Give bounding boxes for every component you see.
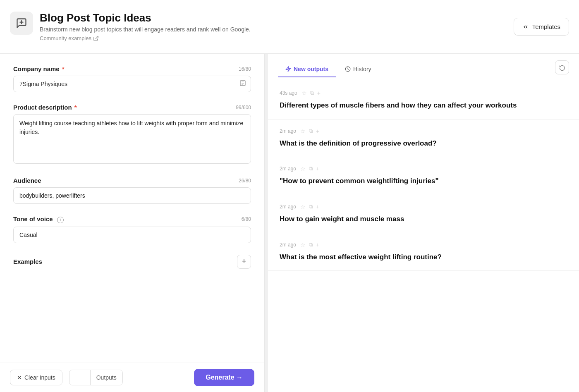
company-name-field: Company name * 16/80	[13, 65, 251, 92]
footer-bar: ✕ Clear inputs Outputs Generate →	[0, 363, 264, 392]
audience-field: Audience 26/80	[13, 177, 251, 204]
output-text-3: How to gain weight and muscle mass	[280, 214, 567, 225]
outputs-list: 43s ago ☆ ⧉ + Different types of muscle …	[268, 78, 579, 274]
tabs-bar: New outputs History	[268, 54, 579, 78]
output-actions-2: ☆ ⧉ +	[300, 165, 319, 172]
main-layout: Company name * 16/80	[0, 54, 579, 392]
page-header: Blog Post Topic Ideas Brainstorm new blo…	[0, 0, 579, 54]
audience-label: Audience	[13, 177, 41, 184]
copy-icon-4[interactable]: ⧉	[309, 241, 313, 248]
copy-icon-3[interactable]: ⧉	[309, 203, 313, 210]
output-actions-4: ☆ ⧉ +	[300, 241, 319, 248]
output-item: 2m ago ☆ ⧉ + How to gain weight and musc…	[268, 195, 579, 233]
product-description-input[interactable]	[13, 114, 251, 164]
app-icon	[10, 12, 33, 35]
tone-label: Tone of voice i	[13, 215, 64, 223]
output-meta-0: 43s ago ☆ ⧉ +	[280, 90, 567, 96]
audience-header: Audience 26/80	[13, 177, 251, 184]
output-item: 2m ago ☆ ⧉ + What is the definition of p…	[268, 120, 579, 158]
tab-history-label: History	[353, 66, 371, 72]
copy-icon-0[interactable]: ⧉	[310, 90, 314, 96]
outputs-stepper: Outputs	[69, 370, 123, 385]
examples-field: Examples +	[13, 255, 251, 269]
tone-header: Tone of voice i 6/80	[13, 215, 251, 223]
star-icon-2[interactable]: ☆	[300, 165, 306, 172]
star-icon-1[interactable]: ☆	[300, 128, 306, 134]
output-text-4: What is the most effective weight liftin…	[280, 252, 567, 263]
clock-icon	[345, 66, 351, 72]
product-description-char-count: 99/600	[236, 105, 251, 110]
product-description-label: Product description *	[13, 104, 77, 111]
copy-icon-2[interactable]: ⧉	[309, 165, 313, 172]
company-name-input-wrapper	[13, 76, 251, 92]
company-name-input[interactable]	[13, 76, 251, 92]
output-meta-4: 2m ago ☆ ⧉ +	[280, 241, 567, 248]
header-left: Blog Post Topic Ideas Brainstorm new blo…	[10, 12, 251, 42]
copy-icon-1[interactable]: ⧉	[309, 128, 313, 134]
lightning-icon	[285, 66, 291, 72]
star-icon-4[interactable]: ☆	[300, 241, 306, 248]
document-icon	[239, 80, 246, 88]
examples-label: Examples	[13, 258, 42, 265]
tone-info-icon[interactable]: i	[57, 217, 64, 223]
audience-char-count: 26/80	[239, 178, 251, 184]
community-link-text: Community examples	[40, 35, 91, 41]
add-icon-3[interactable]: +	[316, 203, 319, 210]
output-actions-0: ☆ ⧉ +	[301, 90, 321, 96]
tone-input[interactable]	[13, 227, 251, 243]
star-icon-3[interactable]: ☆	[300, 203, 306, 210]
clear-x-icon: ✕	[17, 374, 22, 381]
add-icon-0[interactable]: +	[317, 90, 321, 96]
tone-char-count: 6/80	[242, 216, 251, 222]
output-time-1: 2m ago	[280, 128, 296, 134]
output-text-0: Different types of muscle fibers and how…	[280, 100, 567, 111]
add-example-button[interactable]: +	[237, 255, 251, 269]
clear-inputs-button[interactable]: ✕ Clear inputs	[10, 370, 62, 385]
tone-field: Tone of voice i 6/80	[13, 215, 251, 243]
svg-marker-7	[286, 67, 291, 72]
refresh-button[interactable]	[555, 60, 569, 74]
outputs-label: Outputs	[90, 370, 122, 385]
external-link-icon	[93, 36, 99, 41]
output-meta-3: 2m ago ☆ ⧉ +	[280, 203, 567, 210]
star-icon-0[interactable]: ☆	[301, 90, 307, 96]
output-meta-2: 2m ago ☆ ⧉ +	[280, 165, 567, 172]
output-meta-1: 2m ago ☆ ⧉ +	[280, 128, 567, 134]
output-text-2: "How to prevent common weightlifting inj…	[280, 176, 567, 186]
right-panel: New outputs History 43s ago	[268, 54, 579, 392]
generate-button[interactable]: Generate →	[194, 369, 254, 386]
tab-history[interactable]: History	[337, 62, 379, 77]
generate-label: Generate →	[206, 374, 243, 381]
output-item: 2m ago ☆ ⧉ + "How to prevent common weig…	[268, 157, 579, 195]
output-actions-1: ☆ ⧉ +	[300, 128, 319, 134]
refresh-icon	[559, 64, 565, 71]
output-text-1: What is the definition of progressive ov…	[280, 139, 567, 149]
tab-new-outputs-label: New outputs	[294, 66, 328, 72]
output-time-2: 2m ago	[280, 166, 296, 172]
add-icon-1[interactable]: +	[316, 128, 319, 134]
header-text-block: Blog Post Topic Ideas Brainstorm new blo…	[40, 12, 251, 42]
outputs-value-input[interactable]	[69, 370, 90, 385]
page-subtitle: Brainstorm new blog post topics that wil…	[40, 26, 251, 33]
audience-input[interactable]	[13, 187, 251, 204]
tab-new-outputs[interactable]: New outputs	[278, 62, 336, 77]
clear-label: Clear inputs	[24, 374, 55, 381]
svg-line-2	[96, 36, 98, 38]
output-time-0: 43s ago	[280, 90, 297, 96]
examples-header: Examples +	[13, 255, 251, 269]
output-time-4: 2m ago	[280, 242, 296, 248]
add-icon-4[interactable]: +	[316, 241, 319, 248]
page-title: Blog Post Topic Ideas	[40, 12, 251, 24]
output-item: 43s ago ☆ ⧉ + Different types of muscle …	[268, 81, 579, 120]
product-description-field: Product description * 99/600	[13, 104, 251, 165]
company-name-char-count: 16/80	[239, 66, 251, 72]
community-link[interactable]: Community examples	[40, 35, 99, 41]
output-time-3: 2m ago	[280, 204, 296, 210]
company-name-header: Company name * 16/80	[13, 65, 251, 72]
chevrons-left-icon	[522, 24, 529, 30]
templates-label: Templates	[532, 23, 560, 30]
templates-button[interactable]: Templates	[514, 18, 569, 36]
left-panel: Company name * 16/80	[0, 54, 265, 392]
panel-divider	[265, 54, 268, 392]
add-icon-2[interactable]: +	[316, 165, 319, 172]
